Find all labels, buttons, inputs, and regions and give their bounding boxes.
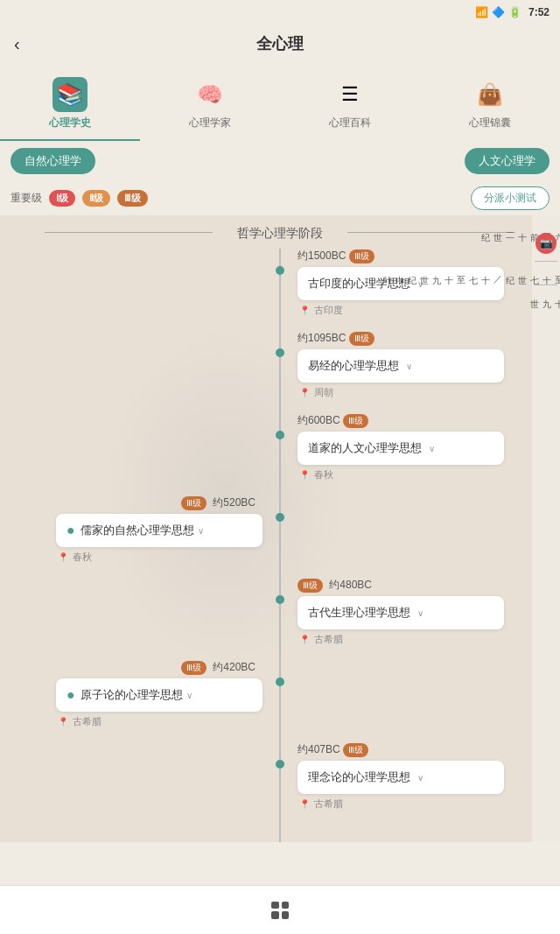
level-3-badge[interactable]: Ⅲ级 — [117, 190, 148, 207]
location-icon-7: 📍 — [299, 799, 310, 809]
natural-psychology-btn[interactable]: 自然心理学 — [10, 148, 95, 174]
timeline-dot-7 — [276, 760, 284, 769]
level-badge-7: Ⅲ级 — [343, 743, 368, 757]
location-6: 📍 古希腊 — [56, 715, 262, 728]
timeline-dot-5 — [276, 595, 284, 604]
grid-cell-2 — [282, 902, 290, 909]
grid-cell-1 — [271, 902, 279, 909]
location-icon-3: 📍 — [299, 470, 310, 480]
event-card-5[interactable]: 古代生理心理学思想 ∨ — [298, 596, 504, 629]
header: ‹ 全心理 — [0, 25, 560, 63]
event-card-7[interactable]: 理念论的心理学思想 ∨ — [298, 761, 504, 794]
tab-treasury[interactable]: 👜 心理锦囊 — [420, 70, 560, 141]
sub-nav: 自然心理学 人文心理学 — [0, 141, 560, 181]
location-icon-4: 📍 — [58, 552, 68, 562]
left-dot-indicator: ● — [66, 523, 75, 538]
timeline-item-1: 约1500BC Ⅲ级 古印度的心理学思想 ∨ 📍 古印度 — [52, 249, 508, 317]
status-time: 7:52 — [528, 6, 550, 18]
bluetooth-icon: 🔷 — [492, 6, 505, 18]
wifi-icon: 📶 — [475, 6, 488, 18]
date-label-7: 约407BC Ⅲ级 — [298, 742, 504, 757]
tab-treasury-icon: 👜 — [472, 77, 508, 112]
location-1: 📍 古印度 — [298, 304, 504, 317]
tab-encyclopedia-label: 心理百科 — [329, 116, 371, 130]
date-label-3: 约600BC Ⅲ级 — [298, 413, 504, 428]
tab-encyclopedia[interactable]: ☰ 心理百科 — [280, 70, 420, 141]
tab-history-label: 心理学史 — [49, 116, 91, 130]
sidebar-section-3[interactable]: 十九世 — [528, 289, 560, 296]
page-title: 全心理 — [256, 33, 304, 54]
tab-psychologist-label: 心理学家 — [189, 116, 231, 130]
back-button[interactable]: ‹ — [14, 34, 20, 54]
chevron-icon-5: ∨ — [417, 608, 424, 618]
right-content-5: Ⅲ级 约480BC 古代生理心理学思想 ∨ 📍 古希腊 — [280, 578, 508, 646]
chevron-icon-6: ∨ — [186, 691, 192, 700]
timeline-item-5: Ⅲ级 约480BC 古代生理心理学思想 ∨ 📍 古希腊 — [52, 578, 508, 646]
section-header: 哲学心理学阶段 — [0, 215, 560, 249]
sidebar-section-1[interactable]: 公元前十六至前十二世纪 — [479, 222, 560, 229]
sidebar-divider-1 — [535, 261, 557, 262]
status-icons: 📶 🔷 🔋 — [475, 6, 522, 18]
timeline: 约1500BC Ⅲ级 古印度的心理学思想 ∨ 📍 古印度 — [0, 249, 560, 842]
date-label-4: Ⅲ级 约520BC — [56, 495, 256, 510]
left-content-4: Ⅲ级 约520BC ● 儒家的自然心理学思想 ∨ 📍 春秋 — [52, 495, 280, 564]
camera-button[interactable]: 📷 — [536, 233, 556, 254]
location-4: 📍 春秋 — [56, 551, 262, 564]
level-badge-2: Ⅲ级 — [349, 332, 374, 346]
timeline-item-7: 约407BC Ⅲ级 理念论的心理学思想 ∨ 📍 古希腊 — [52, 742, 508, 811]
left-dot-indicator-6: ● — [66, 687, 75, 703]
filter-bar: 重要级 Ⅰ级 Ⅱ级 Ⅲ级 分派小测试 — [0, 181, 560, 215]
timeline-dot-6 — [276, 678, 284, 686]
humanistic-psychology-btn[interactable]: 人文心理学 — [465, 148, 550, 174]
tab-history[interactable]: 📚 心理学史 — [0, 70, 140, 141]
grid-icon — [271, 902, 289, 919]
test-button[interactable]: 分派小测试 — [471, 186, 550, 210]
level-2-badge[interactable]: Ⅱ级 — [82, 190, 110, 207]
date-label-2: 约1095BC Ⅲ级 — [298, 331, 504, 346]
timeline-dot-4 — [276, 513, 284, 522]
tab-psychologist[interactable]: 🧠 心理学家 — [140, 70, 280, 141]
chevron-icon-2: ∨ — [406, 362, 412, 371]
event-card-3[interactable]: 道家的人文心理学思想 ∨ — [298, 432, 504, 465]
right-content-2: 约1095BC Ⅲ级 易经的心理学思想 ∨ 📍 周朝 — [280, 331, 508, 399]
sidebar-section-2[interactable]: 公元前六至公元五世纪／五至十七世纪／十七至十九世纪中叶 — [381, 265, 560, 281]
right-content-3: 约600BC Ⅲ级 道家的人文心理学思想 ∨ 📍 春秋 — [280, 413, 508, 481]
level-badge-3: Ⅲ级 — [343, 414, 368, 428]
timeline-dot-1 — [276, 266, 284, 275]
timeline-dot-2 — [276, 348, 284, 357]
level-badge-5: Ⅲ级 — [298, 579, 323, 593]
chevron-icon-3: ∨ — [429, 444, 435, 453]
right-content-7: 约407BC Ⅲ级 理念论的心理学思想 ∨ 📍 古希腊 — [280, 742, 508, 811]
battery-icon: 🔋 — [508, 6, 522, 18]
main-content: 哲学心理学阶段 约1500BC Ⅲ级 古印度的心理学思想 ∨ — [0, 215, 560, 842]
location-3: 📍 春秋 — [298, 468, 504, 481]
location-icon-6: 📍 — [58, 717, 68, 727]
bottom-nav — [0, 885, 560, 934]
status-bar: 📶 🔷 🔋 7:52 — [0, 0, 560, 25]
location-7: 📍 古希腊 — [298, 797, 504, 811]
event-card-6[interactable]: ● 原子论的心理学思想 ∨ — [56, 678, 262, 712]
home-button[interactable] — [261, 891, 299, 930]
level-badge-6: Ⅲ级 — [181, 661, 206, 675]
right-content-1: 约1500BC Ⅲ级 古印度的心理学思想 ∨ 📍 古印度 — [280, 249, 508, 317]
grid-cell-4 — [282, 911, 290, 919]
chevron-icon-4: ∨ — [198, 526, 204, 536]
grid-cell-3 — [271, 911, 279, 919]
tab-treasury-label: 心理锦囊 — [469, 116, 511, 130]
date-label-1: 约1500BC Ⅲ级 — [298, 249, 504, 263]
filter-label: 重要级 — [10, 191, 42, 206]
event-card-4[interactable]: ● 儒家的自然心理学思想 ∨ — [56, 514, 262, 547]
level-1-badge[interactable]: Ⅰ级 — [49, 190, 75, 207]
timeline-item-6: Ⅲ级 约420BC ● 原子论的心理学思想 ∨ 📍 古希腊 — [52, 660, 508, 728]
timeline-item-2: 约1095BC Ⅲ级 易经的心理学思想 ∨ 📍 周朝 — [52, 331, 508, 399]
left-content-6: Ⅲ级 约420BC ● 原子论的心理学思想 ∨ 📍 古希腊 — [52, 660, 280, 728]
chevron-icon-7: ∨ — [417, 773, 424, 783]
date-label-6: Ⅲ级 约420BC — [56, 660, 256, 675]
tab-history-icon: 📚 — [52, 77, 88, 112]
event-card-2[interactable]: 易经的心理学思想 ∨ — [298, 349, 504, 383]
timeline-item-3: 约600BC Ⅲ级 道家的人文心理学思想 ∨ 📍 春秋 — [52, 413, 508, 481]
timeline-item-4: Ⅲ级 约520BC ● 儒家的自然心理学思想 ∨ 📍 春秋 — [52, 495, 508, 564]
sidebar-divider-2 — [535, 284, 557, 285]
location-icon-1: 📍 — [299, 305, 310, 315]
level-badge-1: Ⅲ级 — [349, 249, 374, 263]
